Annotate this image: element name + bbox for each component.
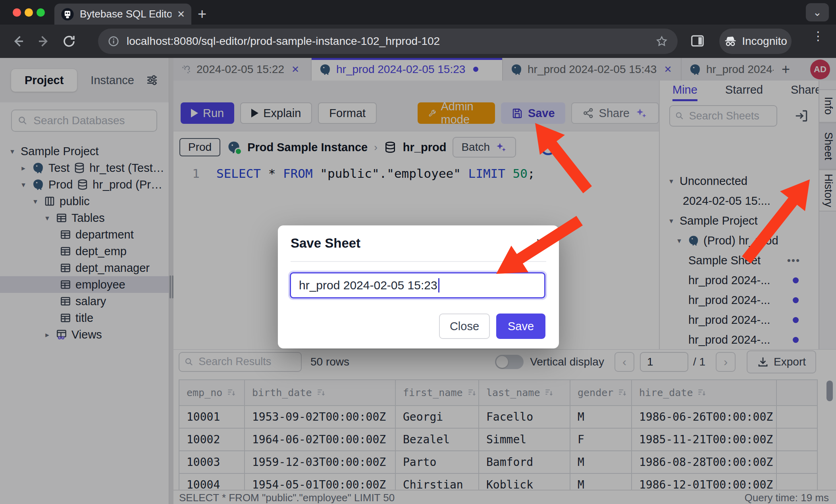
browser-menu-icon[interactable]: ⋮ bbox=[812, 33, 824, 38]
tab-list-chevron-button[interactable]: ⌄ bbox=[806, 3, 829, 21]
modal-close-icon[interactable]: ✕ bbox=[536, 236, 545, 250]
zoom-window-button[interactable] bbox=[37, 8, 45, 17]
url-text: localhost:8080/sql-editor/prod-sample-in… bbox=[127, 35, 648, 48]
modal-close-button[interactable]: Close bbox=[439, 314, 490, 339]
url-bar[interactable]: localhost:8080/sql-editor/prod-sample-in… bbox=[98, 29, 678, 54]
reload-icon[interactable] bbox=[62, 34, 76, 48]
screen: Bytebase SQL Editor ✕ + ⌄ loca bbox=[0, 0, 836, 504]
sheet-name-value: hr_prod 2024-02-05 15:23 bbox=[299, 279, 437, 292]
browser-tab[interactable]: Bytebase SQL Editor ✕ bbox=[54, 4, 191, 25]
modal-title: Save Sheet bbox=[291, 236, 360, 251]
modal-buttons: Close Save bbox=[439, 314, 545, 339]
incognito-icon bbox=[724, 35, 737, 48]
app-page: Project Instance ▾ Sample Project bbox=[0, 58, 836, 504]
site-info-icon[interactable] bbox=[108, 35, 119, 47]
sheet-name-input[interactable]: hr_prod 2024-02-05 15:23 bbox=[290, 272, 545, 298]
browser-tab-title: Bytebase SQL Editor bbox=[80, 8, 171, 20]
forward-icon[interactable] bbox=[37, 34, 51, 48]
minimize-window-button[interactable] bbox=[25, 8, 33, 17]
modal-save-button[interactable]: Save bbox=[496, 314, 545, 339]
back-icon[interactable] bbox=[11, 34, 25, 48]
modal-divider bbox=[291, 261, 546, 262]
close-tab-icon[interactable]: ✕ bbox=[177, 9, 185, 20]
close-window-button[interactable] bbox=[13, 8, 21, 17]
save-sheet-modal: Save Sheet ✕ hr_prod 2024-02-05 15:23 Cl… bbox=[278, 225, 559, 348]
titlebar: Bytebase SQL Editor ✕ + ⌄ bbox=[0, 0, 836, 25]
bookmark-star-icon[interactable] bbox=[655, 35, 668, 48]
url-row: localhost:8080/sql-editor/prod-sample-in… bbox=[0, 25, 836, 58]
browser-chrome: Bytebase SQL Editor ✕ + ⌄ loca bbox=[0, 0, 836, 58]
new-tab-button[interactable]: + bbox=[198, 6, 206, 23]
bytebase-favicon bbox=[61, 8, 74, 21]
incognito-label: Incognito bbox=[742, 35, 787, 48]
side-panel-icon[interactable] bbox=[690, 33, 705, 48]
incognito-badge: Incognito bbox=[719, 29, 792, 54]
text-cursor bbox=[438, 278, 439, 292]
